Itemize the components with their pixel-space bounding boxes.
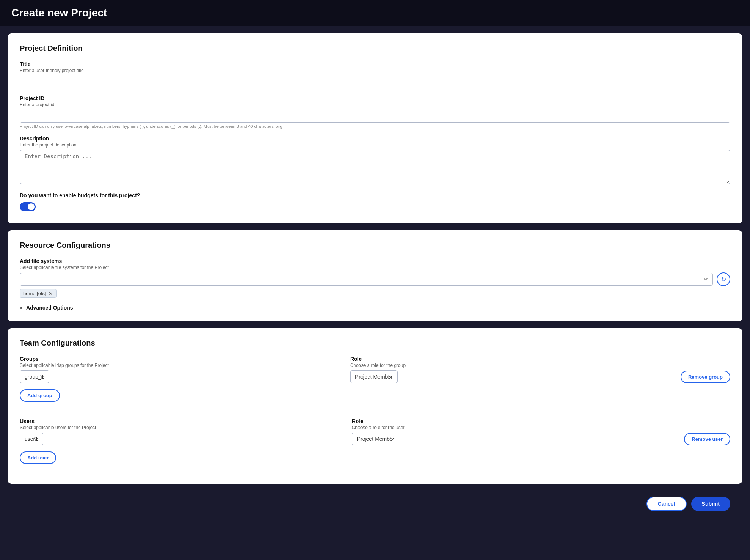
group-row-1: Groups Select applicable ldap groups for…	[20, 356, 730, 383]
user-col: Users Select applicable users for the Pr…	[20, 418, 344, 445]
file-systems-select[interactable]	[20, 273, 713, 286]
project-id-hint: Enter a project-id	[20, 102, 730, 107]
group-role-label: Role	[350, 356, 673, 362]
title-label: Title	[20, 61, 730, 67]
groups-hint: Select applicable ldap groups for the Pr…	[20, 363, 343, 368]
remove-user-button[interactable]: Remove user	[684, 433, 730, 445]
selected-tags: home [efs] ✕	[20, 286, 730, 298]
group-col: Groups Select applicable ldap groups for…	[20, 356, 343, 383]
toggle-slider	[20, 202, 36, 211]
groups-label: Groups	[20, 356, 343, 362]
cancel-button[interactable]: Cancel	[646, 497, 687, 511]
project-id-label: Project ID	[20, 95, 730, 101]
group-remove-col: Remove group	[681, 371, 730, 383]
resource-configurations-card: Resource Configurations Add file systems…	[8, 230, 742, 321]
add-group-row: Add group	[20, 389, 730, 402]
page-header: Create new Project	[0, 0, 750, 26]
team-configurations-card: Team Configurations Groups Select applic…	[8, 328, 742, 484]
title-hint: Enter a user friendly project title	[20, 68, 730, 73]
user-row-1: Users Select applicable users for the Pr…	[20, 418, 730, 445]
project-id-group: Project ID Enter a project-id Project ID…	[20, 95, 730, 129]
file-systems-label: Add file systems	[20, 258, 730, 264]
project-definition-title: Project Definition	[20, 44, 730, 53]
tag-remove-icon[interactable]: ✕	[49, 291, 53, 296]
bottom-actions: Cancel Submit	[8, 491, 742, 517]
submit-button[interactable]: Submit	[691, 497, 730, 511]
title-input[interactable]	[20, 76, 730, 88]
project-definition-card: Project Definition Title Enter a user fr…	[8, 33, 742, 223]
description-input[interactable]	[20, 150, 730, 184]
resource-configurations-title: Resource Configurations	[20, 241, 730, 250]
group-role-select-1[interactable]: Project Member Project Admin Project Vie…	[350, 370, 398, 383]
budget-toggle-row: Do you want to enable budgets for this p…	[20, 192, 730, 198]
project-id-hint-below: Project ID can only use lowercase alphab…	[20, 124, 730, 129]
budget-label: Do you want to enable budgets for this p…	[20, 192, 140, 198]
group-select-1[interactable]: group_1	[20, 370, 49, 383]
advanced-options-arrow: ►	[20, 305, 24, 310]
group-role-hint: Choose a role for the group	[350, 363, 673, 368]
tag-label: home [efs]	[23, 291, 46, 296]
user-role-select-1[interactable]: Project Member Project Admin Project Vie…	[352, 433, 399, 445]
description-label: Description	[20, 135, 730, 142]
budget-toggle[interactable]	[20, 202, 36, 211]
description-group: Description Enter the project descriptio…	[20, 135, 730, 186]
description-hint: Enter the project description	[20, 142, 730, 148]
refresh-icon: ↻	[721, 276, 726, 283]
user-select-1[interactable]: user1	[20, 433, 43, 445]
refresh-button[interactable]: ↻	[717, 272, 730, 286]
add-group-button[interactable]: Add group	[20, 389, 60, 402]
add-user-row: Add user	[20, 451, 730, 464]
users-label: Users	[20, 418, 344, 424]
file-systems-hint: Select applicable file systems for the P…	[20, 265, 730, 270]
users-hint: Select applicable users for the Project	[20, 425, 344, 430]
page-title: Create new Project	[11, 7, 739, 19]
advanced-options-section: ► Advanced Options	[20, 305, 730, 311]
title-group: Title Enter a user friendly project titl…	[20, 61, 730, 88]
add-user-button[interactable]: Add user	[20, 451, 56, 464]
user-role-col: Role Choose a role for the user Project …	[352, 418, 677, 445]
file-systems-row: ↻	[20, 272, 730, 286]
advanced-options-label: Advanced Options	[26, 305, 73, 311]
advanced-options-toggle[interactable]: ► Advanced Options	[20, 305, 730, 311]
team-divider	[20, 411, 730, 411]
team-configurations-title: Team Configurations	[20, 339, 730, 348]
user-remove-col: Remove user	[684, 433, 730, 445]
file-systems-group: Add file systems Select applicable file …	[20, 258, 730, 298]
file-system-tag: home [efs] ✕	[20, 289, 57, 298]
remove-group-button[interactable]: Remove group	[681, 371, 730, 383]
user-role-hint: Choose a role for the user	[352, 425, 677, 430]
project-id-input[interactable]	[20, 110, 730, 123]
group-role-col: Role Choose a role for the group Project…	[350, 356, 673, 383]
user-role-label: Role	[352, 418, 677, 424]
